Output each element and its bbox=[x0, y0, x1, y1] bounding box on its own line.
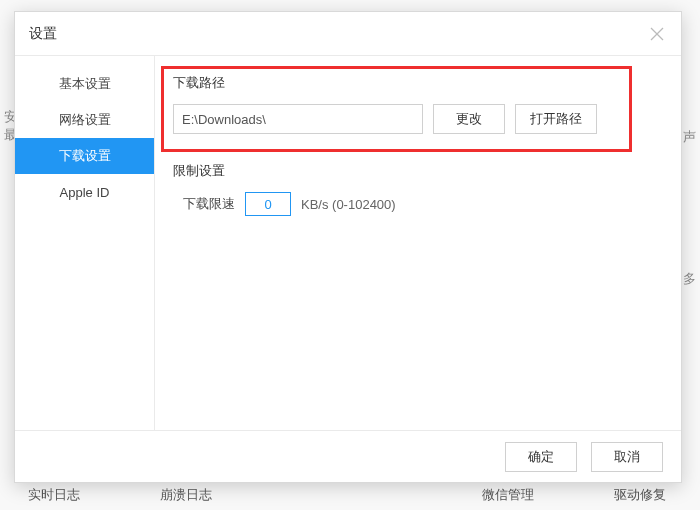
bg-bottom-item[interactable]: 崩溃日志 bbox=[160, 486, 212, 504]
titlebar: 设置 bbox=[15, 12, 681, 56]
open-path-button[interactable]: 打开路径 bbox=[515, 104, 597, 134]
ok-button[interactable]: 确定 bbox=[505, 442, 577, 472]
limit-label: 下载限速 bbox=[183, 195, 235, 213]
limit-section-title: 限制设置 bbox=[173, 162, 659, 180]
close-button[interactable] bbox=[647, 24, 667, 44]
download-path-row: 更改 打开路径 bbox=[173, 104, 659, 134]
sidebar-item-network[interactable]: 网络设置 bbox=[15, 102, 154, 138]
limit-row: 下载限速 KB/s (0-102400) bbox=[173, 192, 659, 216]
sidebar-item-download[interactable]: 下载设置 bbox=[15, 138, 154, 174]
bg-text: 多 bbox=[683, 270, 696, 288]
bg-bottom-item[interactable]: 驱动修复 bbox=[614, 486, 666, 504]
bg-bottom-item[interactable]: 实时日志 bbox=[28, 486, 80, 504]
download-path-input[interactable] bbox=[173, 104, 423, 134]
settings-dialog: 设置 基本设置 网络设置 下载设置 Apple ID 下载路径 更改 打开路径 … bbox=[14, 11, 682, 483]
content-area: 下载路径 更改 打开路径 限制设置 下载限速 KB/s (0-102400) bbox=[155, 56, 681, 430]
bg-text: 声 bbox=[683, 128, 696, 146]
dialog-footer: 确定 取消 bbox=[15, 430, 681, 482]
download-path-section: 下载路径 更改 打开路径 bbox=[173, 74, 659, 134]
dialog-body: 基本设置 网络设置 下载设置 Apple ID 下载路径 更改 打开路径 限制设… bbox=[15, 56, 681, 430]
cancel-button[interactable]: 取消 bbox=[591, 442, 663, 472]
sidebar: 基本设置 网络设置 下载设置 Apple ID bbox=[15, 56, 155, 430]
download-path-title: 下载路径 bbox=[173, 74, 659, 92]
limit-section: 限制设置 下载限速 KB/s (0-102400) bbox=[173, 162, 659, 216]
bg-bottom-item[interactable]: 微信管理 bbox=[482, 486, 534, 504]
close-icon bbox=[650, 27, 664, 41]
bg-bottom-row: 实时日志 崩溃日志 微信管理 驱动修复 bbox=[0, 486, 700, 504]
change-button[interactable]: 更改 bbox=[433, 104, 505, 134]
sidebar-item-basic[interactable]: 基本设置 bbox=[15, 66, 154, 102]
limit-input[interactable] bbox=[245, 192, 291, 216]
dialog-title: 设置 bbox=[29, 25, 57, 43]
sidebar-item-appleid[interactable]: Apple ID bbox=[15, 174, 154, 210]
limit-unit: KB/s (0-102400) bbox=[301, 197, 396, 212]
